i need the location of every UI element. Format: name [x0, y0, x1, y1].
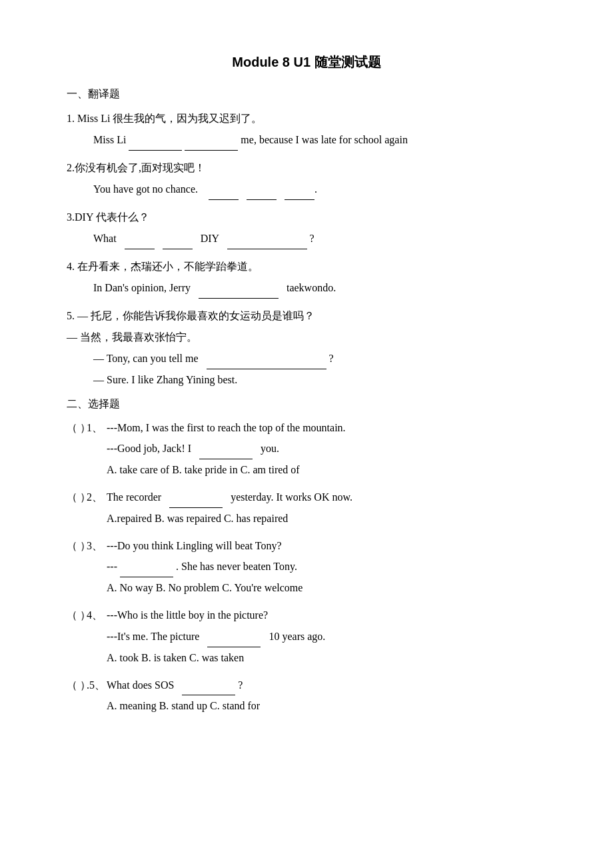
- q2-chinese: 2.你没有机会了,面对现实吧！: [67, 157, 546, 179]
- mc3-bracket: （ ）: [67, 536, 87, 556]
- mc3-number: 3、: [87, 536, 107, 556]
- mc2-bracket: （ ）: [67, 487, 87, 507]
- q5-block: 5. — 托尼，你能告诉我你最喜欢的女运动员是谁吗？ — 当然，我最喜欢张怡宁。…: [67, 305, 546, 391]
- q5-english-a: — Sure. I like Zhang Yining best.: [93, 369, 546, 391]
- mc5-block: （ ） .5、 What does SOS ? A. meaning B. st…: [67, 675, 546, 717]
- mc4-bracket: （ ）: [67, 605, 87, 625]
- mc3-block: （ ） 3、 ---Do you think Lingling will bea…: [67, 536, 546, 599]
- q3-block: 3.DIY 代表什么？ What DIY ?: [67, 207, 546, 249]
- mc1-content: ---Mom, I was the first to reach the top…: [107, 418, 546, 481]
- mc5-bracket: （ ）: [67, 675, 87, 695]
- q2-english: You have got no chance. .: [93, 179, 546, 200]
- mc5-content: What does SOS ? A. meaning B. stand up C…: [107, 675, 546, 717]
- section2-header: 二、选择题: [67, 397, 546, 411]
- mc1-number: 1、: [87, 418, 107, 438]
- q5-chinese-q: 5. — 托尼，你能告诉我你最喜欢的女运动员是谁吗？: [67, 305, 546, 327]
- q2-block: 2.你没有机会了,面对现实吧！ You have got no chance. …: [67, 157, 546, 200]
- mc4-content: ---Who is the little boy in the picture?…: [107, 605, 546, 668]
- q5-chinese-a: — 当然，我最喜欢张怡宁。: [67, 327, 546, 348]
- mc2-block: （ ） 2、 The recorder yesterday. It works …: [67, 487, 546, 529]
- mc2-content: The recorder yesterday. It works OK now.…: [107, 487, 546, 529]
- mc1-block: （ ） 1、 ---Mom, I was the first to reach …: [67, 418, 546, 481]
- q3-chinese: 3.DIY 代表什么？: [67, 207, 546, 228]
- q1-english: Miss Li me, because I was late for schoo…: [93, 129, 546, 151]
- mc3-content: ---Do you think Lingling will beat Tony?…: [107, 536, 546, 599]
- mc1-bracket: （ ）: [67, 418, 87, 438]
- q5-english-q: — Tony, can you tell me ?: [93, 348, 546, 369]
- mc5-number: .5、: [87, 675, 107, 695]
- mc2-number: 2、: [87, 487, 107, 507]
- q4-chinese: 4. 在丹看来，杰瑞还小，不能学跆拳道。: [67, 256, 546, 277]
- q1-chinese: 1. Miss Li 很生我的气，因为我又迟到了。: [67, 108, 546, 129]
- mc4-number: 4、: [87, 605, 107, 625]
- section1-header: 一、翻译题: [67, 87, 546, 101]
- mc4-block: （ ） 4、 ---Who is the little boy in the p…: [67, 605, 546, 668]
- q4-block: 4. 在丹看来，杰瑞还小，不能学跆拳道。 In Dan's opinion, J…: [67, 256, 546, 299]
- q4-english: In Dan's opinion, Jerry taekwondo.: [93, 277, 546, 299]
- q1-block: 1. Miss Li 很生我的气，因为我又迟到了。 Miss Li me, be…: [67, 108, 546, 151]
- page-title: Module 8 U1 随堂测试题: [67, 53, 546, 71]
- q3-english: What DIY ?: [93, 228, 546, 249]
